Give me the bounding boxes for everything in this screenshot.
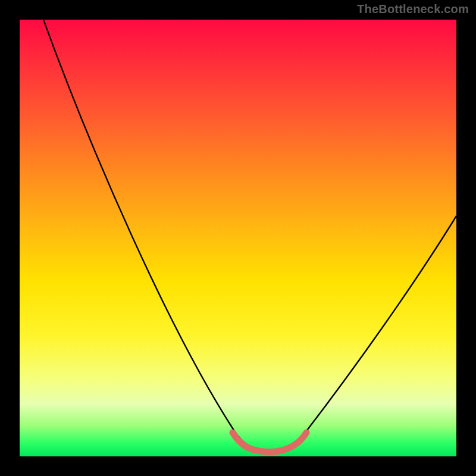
- chart-frame: TheBottleneck.com: [0, 0, 476, 476]
- plot-area: [20, 20, 456, 456]
- curve-layer: [20, 20, 456, 456]
- bottleneck-curve: [43, 20, 456, 452]
- watermark-text: TheBottleneck.com: [357, 2, 469, 16]
- flat-band-marker: [233, 433, 306, 452]
